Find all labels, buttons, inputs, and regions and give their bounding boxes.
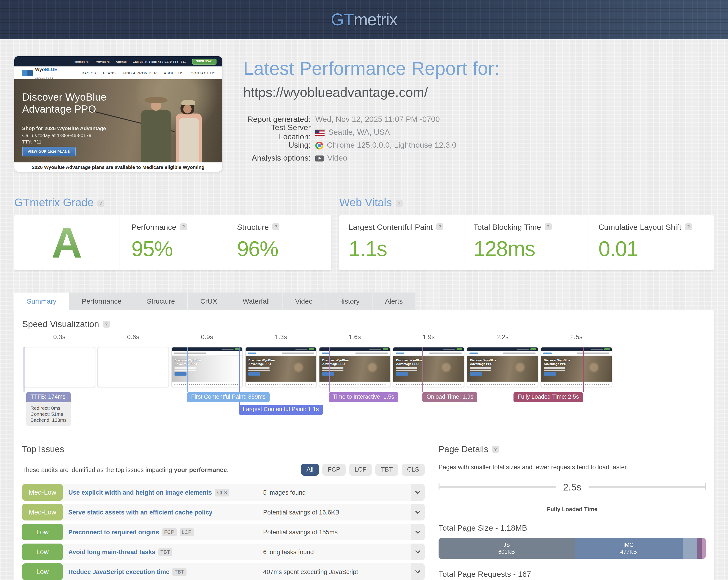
frame-footer-strip [541,382,612,387]
bar-segment-img: IMG477KB [574,538,682,559]
speed-visualization-title: Speed Visualization? [22,319,706,329]
top-issues-description: These audits are identified as the top i… [22,466,229,473]
frame-hero: Discover WyoBlue Advantage PPO [541,356,612,382]
fully-loaded-time-ruler: 2.5s [439,482,706,504]
report-field-label: Report generated: [243,115,315,124]
tab-video[interactable]: Video [283,293,325,310]
performance-label: Performance? [131,223,225,232]
person-shape [141,110,171,162]
frame-column: 2.2sDiscover WyoBlue Advantage PPO [467,333,538,387]
frame-footer-textline [470,384,535,385]
help-icon[interactable]: ? [492,446,499,453]
frame-topbar-line [369,349,381,350]
report-tabs: SummaryPerformanceStructureCrUXWaterfall… [14,293,714,310]
fully-loaded-time-label: Fully Loaded Time [439,506,706,513]
structure-score: 96% [237,236,331,261]
tab-crux[interactable]: CrUX [188,293,230,310]
issue-row: Med-LowServe static assets with an effic… [22,504,425,521]
frame-hero-lines [175,367,242,371]
frame-hero: Discover WyoBlue Advantage PPO [393,356,464,382]
help-icon[interactable]: ? [545,223,552,230]
gtmetrix-grade-card: A Performance? 95% Structure? 96% [14,215,331,270]
preview-hero-line: TTY: 711 [22,139,106,144]
bar-segment-label: JS [503,542,510,548]
marker-line-fully [583,347,584,392]
frame-footer-strip [319,382,390,387]
filter-tbt[interactable]: TBT [375,464,398,476]
issue-link[interactable]: Reduce JavaScript execution time [68,568,170,575]
ttfb-detail-line: Redirect: 0ms [30,405,67,411]
frame-topbar-line [591,349,603,350]
issue-detail: 5 images found [263,484,411,501]
report-field-text: Chrome 125.0.0.0, Lighthouse 12.3.0 [327,141,456,150]
viz-frame-1.6s: Discover WyoBlue Advantage PPO [319,347,391,387]
viz-frame-2.5s: Discover WyoBlue Advantage PPO [541,347,612,387]
frame-nav-links-line [429,353,462,354]
issue-body: Use explicit width and height on image e… [63,484,263,501]
preview-phone: Call us at 1-888-468-0179 TTY: 711 [133,60,186,63]
issue-expand-button[interactable] [411,504,425,521]
frame-site-nav [172,351,242,356]
preview-hero-line: Shop for 2026 WyoBlue Advantage [22,126,106,131]
chevron-down-icon [415,529,420,534]
preview-hero-title: Discover WyoBlue Advantage PPO [22,91,126,115]
issue-link[interactable]: Preconnect to required origins [68,529,159,535]
preview-hero-line: Call us today at 1-888-468-0179 [22,132,106,138]
frame-hero: Discover WyoBlue Advantage PPO [245,356,316,382]
frame-text-line [175,370,196,371]
bar-segment-other [696,538,701,559]
marker-ttfb: TTFB: 174msRedirect: 0msConnect: 51msBac… [26,392,71,426]
tbt-label: Total Blocking Time? [473,223,589,232]
help-icon[interactable]: ? [685,223,692,230]
issue-link[interactable]: Use explicit width and height on image e… [68,489,212,496]
issue-detail: 407ms spent executing JavaScript [263,563,411,580]
tab-structure[interactable]: Structure [134,293,187,310]
issue-expand-button[interactable] [411,544,425,560]
report-field-value: Video [315,154,347,163]
issue-row: LowAvoid long main-thread tasksTBT6 long… [22,544,425,560]
ttfb-detail-line: Connect: 51ms [30,411,67,417]
report-url: https://wyoblueadvantage.com/ [243,85,499,100]
lcp-label: Largest Contentful Paint? [348,223,464,232]
help-icon[interactable]: ? [97,200,104,207]
frame-topbar-line [443,349,455,350]
issue-link[interactable]: Serve static assets with an efficient ca… [68,509,212,516]
issue-severity-badge: Low [22,563,63,580]
issue-link[interactable]: Avoid long main-thread tasks [68,548,155,555]
marker-badge-tti: Time to Interactive: 1.5s [329,392,398,402]
marker-line-ttfb [24,347,24,392]
chrome-icon [315,141,323,149]
bar-segment-other [701,538,706,559]
lcp-value: 1.1s [348,236,464,261]
help-icon[interactable]: ? [180,223,187,230]
cap-shape [181,100,195,105]
frame-site-topbar [172,348,242,351]
help-icon[interactable]: ? [272,223,280,230]
issue-expand-button[interactable] [411,484,425,501]
tab-alerts[interactable]: Alerts [372,293,415,310]
preview-nav: WyoBLUE ADVANTAGE BASICSPLANSFIND A PROV… [14,66,222,79]
marker-badge-fcp: First Contentful Paint: 859ms [187,392,269,402]
structure-label: Structure? [237,223,331,232]
tab-waterfall[interactable]: Waterfall [230,293,282,310]
tab-summary[interactable]: Summary [14,293,69,310]
frame-text-line [470,370,491,371]
top-issues-title: Top Issues [22,444,425,454]
frame-hero-title: Discover WyoBlue Advantage PPO [544,359,586,366]
filter-fcp[interactable]: FCP [322,464,346,476]
preview-logo: WyoBLUE ADVANTAGE [22,64,57,81]
issue-body: Reduce JavaScript execution timeTBT [63,563,263,580]
filter-all[interactable]: All [301,464,319,476]
frame-text-line [544,370,565,371]
frame-logo-line [248,352,256,354]
help-icon[interactable]: ? [396,200,402,207]
tab-history[interactable]: History [326,293,372,310]
help-icon[interactable]: ? [103,321,110,328]
issue-body: Avoid long main-thread tasksTBT [63,544,263,560]
filter-cls[interactable]: CLS [401,464,425,476]
issue-expand-button[interactable] [411,563,425,580]
filter-lcp[interactable]: LCP [349,464,372,476]
issue-expand-button[interactable] [411,524,425,540]
tab-performance[interactable]: Performance [69,293,134,310]
help-icon[interactable]: ? [437,223,443,230]
